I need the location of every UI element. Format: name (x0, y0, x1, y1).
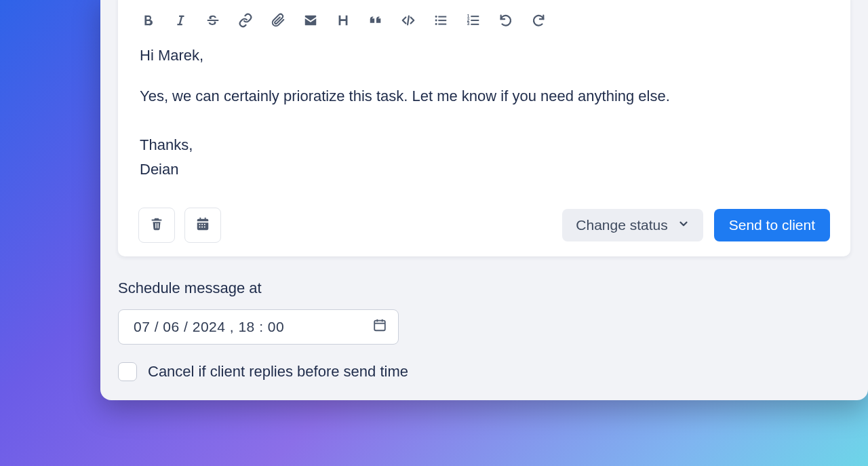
code-icon[interactable] (400, 12, 416, 28)
message-closing: Thanks, (140, 134, 829, 156)
message-body[interactable]: Hi Marek, Yes, we can certainly priorati… (138, 43, 830, 203)
message-text: Yes, we can certainly prioratize this ta… (140, 85, 829, 107)
svg-rect-4 (438, 20, 446, 21)
cancel-option-row: Cancel if client replies before send tim… (118, 362, 850, 381)
svg-rect-12 (471, 24, 479, 25)
editor-card: 123 Hi Marek, Yes, we can certainly prio… (118, 0, 850, 256)
svg-rect-13 (374, 321, 385, 331)
schedule-datetime-input[interactable]: 07 / 06 / 2024 , 18 : 00 (118, 309, 399, 345)
cancel-checkbox[interactable] (118, 362, 137, 381)
schedule-label: Schedule message at (118, 279, 850, 297)
strikethrough-icon[interactable] (205, 12, 221, 28)
svg-point-5 (435, 23, 437, 25)
trash-icon (149, 216, 164, 233)
svg-rect-2 (438, 16, 446, 18)
italic-icon[interactable] (172, 12, 189, 28)
numbered-list-icon[interactable]: 123 (465, 12, 481, 28)
svg-rect-8 (471, 16, 479, 17)
change-status-label: Change status (576, 217, 667, 233)
svg-point-1 (435, 16, 437, 18)
cancel-checkbox-label: Cancel if client replies before send tim… (148, 363, 408, 381)
bold-icon[interactable] (140, 12, 156, 28)
message-greeting: Hi Marek, (140, 45, 829, 66)
heading-icon[interactable] (335, 12, 351, 28)
action-row: Change status Send to client (138, 203, 830, 243)
link-icon[interactable] (237, 12, 254, 28)
compose-panel: 123 Hi Marek, Yes, we can certainly prio… (100, 0, 868, 400)
undo-icon[interactable] (498, 12, 514, 28)
schedule-datetime-value: 07 / 06 / 2024 , 18 : 00 (134, 319, 372, 335)
svg-rect-6 (438, 24, 446, 25)
schedule-section: Schedule message at 07 / 06 / 2024 , 18 … (100, 256, 868, 381)
delete-button[interactable] (138, 208, 175, 243)
envelope-icon[interactable] (302, 12, 319, 28)
svg-text:3: 3 (467, 21, 470, 26)
change-status-button[interactable]: Change status (562, 209, 703, 241)
schedule-button[interactable] (184, 208, 221, 243)
attachment-icon[interactable] (270, 12, 286, 28)
message-signature: Deian (140, 159, 829, 180)
editor-toolbar: 123 (138, 9, 830, 43)
redo-icon[interactable] (530, 12, 547, 28)
send-button[interactable]: Send to client (714, 209, 830, 241)
chevron-down-icon (677, 217, 690, 233)
send-button-label: Send to client (729, 217, 815, 233)
svg-line-0 (408, 16, 409, 25)
quote-icon[interactable] (368, 12, 384, 28)
bullet-list-icon[interactable] (433, 12, 449, 28)
svg-rect-10 (471, 20, 479, 21)
calendar-grid-icon (195, 216, 210, 233)
svg-point-3 (435, 20, 437, 22)
calendar-icon (372, 317, 387, 336)
